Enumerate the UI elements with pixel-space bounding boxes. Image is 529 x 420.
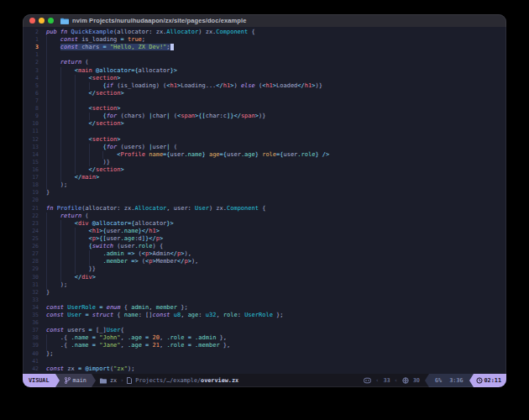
- code-text: <main @allocator={allocator}>: [46, 67, 177, 75]
- code-line[interactable]: 1: [23, 51, 506, 59]
- line-number: 22: [23, 213, 39, 220]
- code-text: [46, 97, 89, 105]
- code-text: }}: [46, 265, 96, 273]
- chevron-left-icon: ‹: [395, 377, 398, 384]
- close-button[interactable]: [29, 18, 35, 24]
- globe-icon: [402, 377, 409, 384]
- code-text: <div @allocator={allocator}>: [46, 220, 174, 228]
- line-number: 3: [23, 67, 39, 75]
- code-text: .{ .name = "John", .age = 20, .role = .a…: [46, 334, 227, 342]
- code-line[interactable]: 9 {for (chars) |char| (<span>{[char:c]}<…: [23, 113, 506, 120]
- line-number: 10: [23, 120, 39, 128]
- code-text: [46, 128, 89, 135]
- code-text: </section>: [46, 166, 124, 174]
- code-line[interactable]: 24 <h1>{user.name}</h1>: [23, 228, 506, 235]
- code-text: const chars = "Hello, ZX Dev!";: [46, 44, 174, 51]
- statusline-right: ‹ 33 ‹ 30 6% 3:36 02:11: [359, 374, 506, 387]
- code-line[interactable]: 38 .{ .name = "John", .age = 20, .role =…: [23, 334, 506, 342]
- line-number: 34: [23, 304, 39, 312]
- code-line[interactable]: 15 )}: [23, 159, 506, 166]
- code-line[interactable]: 41: [23, 358, 506, 365]
- line-number: 11: [23, 128, 39, 135]
- line-number: 3: [23, 44, 39, 51]
- line-number: 26: [23, 243, 39, 250]
- code-line[interactable]: 37const users = [_]User{: [23, 327, 506, 334]
- minimize-button[interactable]: [39, 18, 45, 24]
- code-line[interactable]: 17 </main>: [23, 174, 506, 181]
- code-line[interactable]: 6 </section>: [23, 90, 506, 97]
- line-number: 36: [23, 319, 39, 327]
- code-line[interactable]: 2pub fn QuickExample(allocator: zx.Alloc…: [23, 29, 506, 36]
- line-number: 1: [23, 36, 39, 44]
- code-line[interactable]: 7: [23, 97, 506, 105]
- code-text: .member => (<p>Member</p>),: [46, 258, 198, 265]
- code-line[interactable]: 23 <div @allocator={allocator}>: [23, 220, 506, 228]
- line-number: 16: [23, 166, 39, 174]
- zoom-button[interactable]: [48, 18, 54, 24]
- mode-indicator: VISUAL: [23, 374, 55, 387]
- code-line[interactable]: 18 );: [23, 181, 506, 189]
- code-line[interactable]: 10 </section>: [23, 120, 506, 128]
- code-line[interactable]: 42const zx = @import("zx");: [23, 365, 506, 373]
- code-line[interactable]: 30 </div>: [23, 274, 506, 281]
- code-line[interactable]: 11: [23, 128, 506, 135]
- cwd-folder-icon: [100, 378, 107, 384]
- code-line[interactable]: 8 <section>: [23, 105, 506, 113]
- code-line[interactable]: 1 const is_loading = true;: [23, 36, 506, 44]
- code-line[interactable]: 14 <Profile name={user.name} age={user.a…: [23, 151, 506, 159]
- code-line[interactable]: 35const User = struct { name: []const u8…: [23, 312, 506, 319]
- titlebar[interactable]: nvim Projects/nurulhudaapon/zx/site/page…: [23, 14, 506, 27]
- line-number: 19: [23, 189, 39, 197]
- line-number: 23: [23, 220, 39, 228]
- code-line[interactable]: 3 <main @allocator={allocator}>: [23, 67, 506, 75]
- code-text: const User = struct { name: []const u8, …: [46, 312, 284, 319]
- code-line[interactable]: 40};: [23, 350, 506, 358]
- code-line[interactable]: 22 return (: [23, 213, 506, 220]
- code-line[interactable]: 12 <section>: [23, 136, 506, 144]
- line-number: 13: [23, 144, 39, 151]
- code-line[interactable]: 31 );: [23, 281, 506, 289]
- code-text: <section>: [46, 136, 121, 144]
- copilot-icon: [364, 377, 371, 384]
- code-area[interactable]: 2pub fn QuickExample(allocator: zx.Alloc…: [23, 27, 506, 374]
- line-number: 8: [23, 105, 39, 113]
- line-number: 21: [23, 205, 39, 213]
- code-line[interactable]: 16 </section>: [23, 166, 506, 174]
- line-number: 30: [23, 274, 39, 281]
- line-number: 37: [23, 327, 39, 334]
- code-line[interactable]: 36: [23, 319, 506, 327]
- line-number: 25: [23, 235, 39, 243]
- code-text: [46, 51, 60, 59]
- code-line[interactable]: 32}: [23, 289, 506, 297]
- line-number: 6: [23, 90, 39, 97]
- clock-section: 02:11: [474, 374, 506, 387]
- line-number: 1: [23, 51, 39, 59]
- code-line[interactable]: 29 }}: [23, 265, 506, 273]
- code-line[interactable]: 5 {if (is_loading) (<h1>Loading...</h1>)…: [23, 82, 506, 90]
- code-line[interactable]: 33: [23, 297, 506, 304]
- code-line[interactable]: 28 .member => (<p>Member</p>),: [23, 258, 506, 265]
- folder-icon: [60, 18, 69, 24]
- code-line[interactable]: 19}: [23, 189, 506, 197]
- code-line[interactable]: 13 {for (users) |user| (: [23, 144, 506, 151]
- code-line[interactable]: 3 const chars = "Hello, ZX Dev!";: [23, 44, 506, 51]
- code-line[interactable]: 25 <p>{[user.age:d]}</p>: [23, 235, 506, 243]
- code-line[interactable]: 27 .admin => (<p>Admin</p>),: [23, 250, 506, 258]
- code-line[interactable]: 21fn Profile(allocator: zx.Allocator, us…: [23, 205, 506, 213]
- line-number: 20: [23, 197, 39, 204]
- code-text: pub fn QuickExample(allocator: zx.Alloca…: [46, 29, 255, 36]
- code-text: {switch (user.role) {: [46, 243, 163, 250]
- git-branch: main: [60, 374, 92, 387]
- code-line[interactable]: 34const UserRole = enum { admin, member …: [23, 304, 506, 312]
- line-number: 18: [23, 181, 39, 189]
- code-line[interactable]: 4 <section>: [23, 75, 506, 82]
- code-line[interactable]: 26 {switch (user.role) {: [23, 243, 506, 250]
- code-line[interactable]: 2 return (: [23, 59, 506, 66]
- clock-label: 02:11: [484, 377, 501, 384]
- code-text: const is_loading = true;: [46, 36, 145, 44]
- code-line[interactable]: 39 .{ .name = "Jane", .age = 21, .role =…: [23, 342, 506, 349]
- line-number: 2: [23, 59, 39, 66]
- code-text: <h1>{user.name}</h1>: [46, 228, 160, 235]
- terminal-window[interactable]: nvim Projects/nurulhudaapon/zx/site/page…: [23, 14, 506, 387]
- code-line[interactable]: 20: [23, 197, 506, 204]
